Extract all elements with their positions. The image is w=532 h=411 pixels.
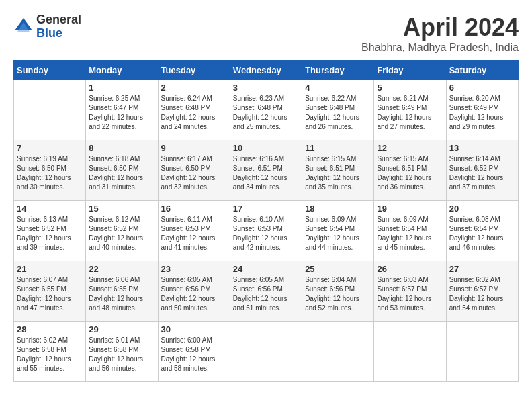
logo-general: General	[36, 13, 81, 27]
day-info: Sunrise: 6:11 AMSunset: 6:53 PMDaylight:…	[161, 216, 216, 251]
day-number: 5	[377, 83, 443, 93]
calendar-cell: 27 Sunrise: 6:02 AMSunset: 6:57 PMDaylig…	[446, 261, 518, 322]
day-number: 7	[17, 143, 83, 153]
calendar-cell	[374, 322, 446, 382]
calendar-cell: 13 Sunrise: 6:14 AMSunset: 6:52 PMDaylig…	[446, 140, 518, 201]
day-number: 30	[161, 324, 227, 334]
day-number: 16	[161, 203, 227, 214]
day-number: 19	[377, 203, 443, 214]
weekday-header: Saturday	[446, 61, 518, 80]
day-info: Sunrise: 6:03 AMSunset: 6:57 PMDaylight:…	[377, 276, 431, 312]
day-number: 22	[89, 264, 154, 274]
day-info: Sunrise: 6:25 AMSunset: 6:47 PMDaylight:…	[89, 95, 143, 130]
calendar-cell: 2 Sunrise: 6:24 AMSunset: 6:48 PMDayligh…	[158, 80, 230, 140]
weekday-header: Thursday	[302, 61, 374, 80]
day-info: Sunrise: 6:07 AMSunset: 6:55 PMDaylight:…	[17, 276, 71, 312]
day-info: Sunrise: 6:02 AMSunset: 6:57 PMDaylight:…	[449, 276, 504, 312]
calendar-cell: 6 Sunrise: 6:20 AMSunset: 6:49 PMDayligh…	[446, 80, 518, 140]
day-number: 26	[377, 264, 443, 274]
day-number: 25	[305, 264, 371, 274]
day-number: 24	[233, 264, 299, 274]
calendar-cell: 15 Sunrise: 6:12 AMSunset: 6:52 PMDaylig…	[86, 201, 158, 261]
day-number: 8	[89, 143, 154, 153]
calendar-week-row: 28 Sunrise: 6:02 AMSunset: 6:58 PMDaylig…	[14, 322, 519, 382]
day-info: Sunrise: 6:10 AMSunset: 6:53 PMDaylight:…	[233, 216, 287, 251]
calendar-week-row: 14 Sunrise: 6:13 AMSunset: 6:52 PMDaylig…	[14, 201, 519, 261]
calendar-cell: 1 Sunrise: 6:25 AMSunset: 6:47 PMDayligh…	[86, 80, 158, 140]
logo-text: General Blue	[36, 13, 81, 40]
calendar-cell: 22 Sunrise: 6:06 AMSunset: 6:55 PMDaylig…	[86, 261, 158, 322]
calendar-cell: 18 Sunrise: 6:09 AMSunset: 6:54 PMDaylig…	[302, 201, 374, 261]
weekday-header: Wednesday	[230, 61, 302, 80]
day-number: 20	[449, 203, 515, 214]
day-info: Sunrise: 6:05 AMSunset: 6:56 PMDaylight:…	[161, 276, 216, 312]
calendar-cell: 23 Sunrise: 6:05 AMSunset: 6:56 PMDaylig…	[158, 261, 230, 322]
calendar-cell: 25 Sunrise: 6:04 AMSunset: 6:56 PMDaylig…	[302, 261, 374, 322]
calendar-week-row: 7 Sunrise: 6:19 AMSunset: 6:50 PMDayligh…	[14, 140, 519, 201]
day-number: 14	[17, 203, 83, 214]
calendar-cell: 29 Sunrise: 6:01 AMSunset: 6:58 PMDaylig…	[86, 322, 158, 382]
day-info: Sunrise: 6:23 AMSunset: 6:48 PMDaylight:…	[233, 95, 287, 130]
calendar-cell: 16 Sunrise: 6:11 AMSunset: 6:53 PMDaylig…	[158, 201, 230, 261]
calendar-cell: 30 Sunrise: 6:00 AMSunset: 6:58 PMDaylig…	[158, 322, 230, 382]
day-info: Sunrise: 6:17 AMSunset: 6:50 PMDaylight:…	[161, 155, 216, 191]
calendar-cell: 4 Sunrise: 6:22 AMSunset: 6:48 PMDayligh…	[302, 80, 374, 140]
day-info: Sunrise: 6:02 AMSunset: 6:58 PMDaylight:…	[17, 336, 71, 372]
day-info: Sunrise: 6:04 AMSunset: 6:56 PMDaylight:…	[305, 276, 359, 312]
logo: General Blue	[13, 13, 81, 40]
day-info: Sunrise: 6:16 AMSunset: 6:51 PMDaylight:…	[233, 155, 287, 191]
day-info: Sunrise: 6:22 AMSunset: 6:48 PMDaylight:…	[305, 95, 359, 130]
day-number: 13	[449, 143, 515, 153]
day-info: Sunrise: 6:15 AMSunset: 6:51 PMDaylight:…	[305, 155, 359, 191]
calendar-cell: 7 Sunrise: 6:19 AMSunset: 6:50 PMDayligh…	[14, 140, 86, 201]
calendar-cell: 11 Sunrise: 6:15 AMSunset: 6:51 PMDaylig…	[302, 140, 374, 201]
day-info: Sunrise: 6:18 AMSunset: 6:50 PMDaylight:…	[89, 155, 143, 191]
calendar-week-row: 1 Sunrise: 6:25 AMSunset: 6:47 PMDayligh…	[14, 80, 519, 140]
calendar-cell	[230, 322, 302, 382]
calendar-cell: 10 Sunrise: 6:16 AMSunset: 6:51 PMDaylig…	[230, 140, 302, 201]
day-info: Sunrise: 6:00 AMSunset: 6:58 PMDaylight:…	[161, 336, 216, 372]
weekday-header: Friday	[374, 61, 446, 80]
day-info: Sunrise: 6:05 AMSunset: 6:56 PMDaylight:…	[233, 276, 287, 312]
day-number: 15	[89, 203, 154, 214]
day-info: Sunrise: 6:09 AMSunset: 6:54 PMDaylight:…	[377, 216, 431, 251]
calendar-cell: 8 Sunrise: 6:18 AMSunset: 6:50 PMDayligh…	[86, 140, 158, 201]
calendar-week-row: 21 Sunrise: 6:07 AMSunset: 6:55 PMDaylig…	[14, 261, 519, 322]
day-number: 27	[449, 264, 515, 274]
title-area: April 2024 Bhabhra, Madhya Pradesh, Indi…	[361, 13, 519, 54]
month-title: April 2024	[361, 13, 519, 42]
day-number: 21	[17, 264, 83, 274]
day-info: Sunrise: 6:12 AMSunset: 6:52 PMDaylight:…	[89, 216, 143, 251]
weekday-header-row: SundayMondayTuesdayWednesdayThursdayFrid…	[14, 61, 519, 80]
day-info: Sunrise: 6:15 AMSunset: 6:51 PMDaylight:…	[377, 155, 431, 191]
calendar-cell	[446, 322, 518, 382]
calendar-cell	[14, 80, 86, 140]
day-number: 10	[233, 143, 299, 153]
calendar: SundayMondayTuesdayWednesdayThursdayFrid…	[13, 60, 519, 382]
day-number: 4	[305, 83, 371, 93]
calendar-cell: 17 Sunrise: 6:10 AMSunset: 6:53 PMDaylig…	[230, 201, 302, 261]
day-number: 6	[449, 83, 515, 93]
calendar-cell: 28 Sunrise: 6:02 AMSunset: 6:58 PMDaylig…	[14, 322, 86, 382]
day-number: 29	[89, 324, 154, 334]
day-number: 1	[89, 83, 154, 93]
logo-blue: Blue	[36, 27, 81, 40]
weekday-header: Monday	[86, 61, 158, 80]
calendar-cell: 14 Sunrise: 6:13 AMSunset: 6:52 PMDaylig…	[14, 201, 86, 261]
day-info: Sunrise: 6:06 AMSunset: 6:55 PMDaylight:…	[89, 276, 143, 312]
day-info: Sunrise: 6:19 AMSunset: 6:50 PMDaylight:…	[17, 155, 71, 191]
day-number: 12	[377, 143, 443, 153]
day-info: Sunrise: 6:24 AMSunset: 6:48 PMDaylight:…	[161, 95, 216, 130]
calendar-cell: 12 Sunrise: 6:15 AMSunset: 6:51 PMDaylig…	[374, 140, 446, 201]
location-title: Bhabhra, Madhya Pradesh, India	[361, 42, 519, 54]
day-info: Sunrise: 6:08 AMSunset: 6:54 PMDaylight:…	[449, 216, 504, 251]
calendar-cell: 26 Sunrise: 6:03 AMSunset: 6:57 PMDaylig…	[374, 261, 446, 322]
calendar-cell: 3 Sunrise: 6:23 AMSunset: 6:48 PMDayligh…	[230, 80, 302, 140]
day-info: Sunrise: 6:20 AMSunset: 6:49 PMDaylight:…	[449, 95, 504, 130]
day-number: 28	[17, 324, 83, 334]
day-number: 9	[161, 143, 227, 153]
logo-icon	[13, 17, 34, 37]
day-info: Sunrise: 6:09 AMSunset: 6:54 PMDaylight:…	[305, 216, 359, 251]
calendar-cell	[302, 322, 374, 382]
day-info: Sunrise: 6:14 AMSunset: 6:52 PMDaylight:…	[449, 155, 504, 191]
